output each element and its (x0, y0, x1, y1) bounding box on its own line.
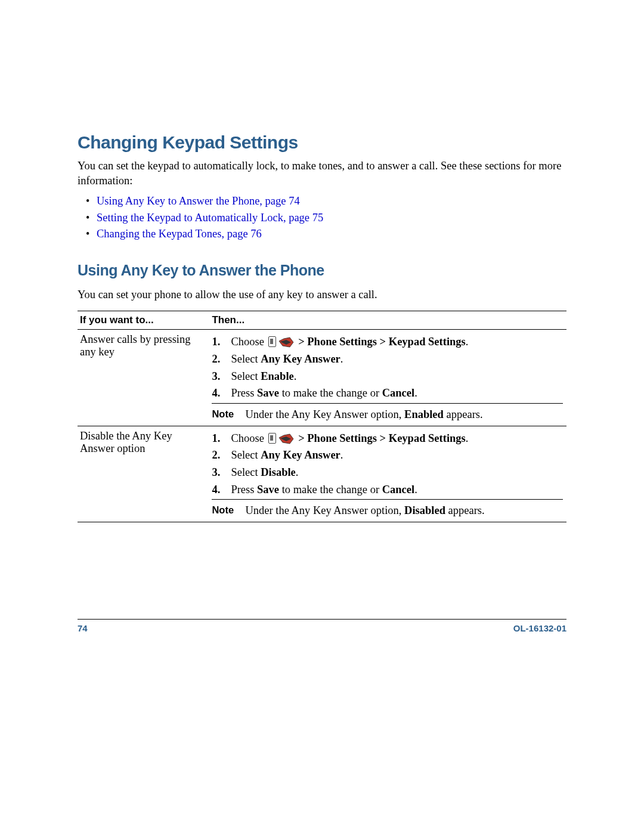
step-bold: Cancel (382, 387, 414, 399)
step-text: Select (231, 370, 261, 382)
step-bold: > Phone Settings > Keypad Settings (296, 336, 466, 348)
step-bold: Disable (261, 466, 296, 478)
step-text: . (294, 370, 297, 382)
note-text: Under the Any Key Answer option, Disable… (245, 504, 484, 516)
sub-intro-paragraph: You can set your phone to allow the use … (78, 287, 566, 302)
cell-then: 1.Choose > Phone Settings > Keypad Setti… (209, 426, 566, 522)
step-text: to make the change or (279, 387, 382, 399)
step-bold: Save (257, 484, 279, 496)
step-text: . (414, 484, 417, 496)
step-text: . (340, 353, 343, 365)
step-number: 2. (212, 351, 220, 368)
step-text: . (466, 336, 469, 348)
note-text: Under the Any Key Answer option, Enabled… (245, 408, 482, 420)
note-row: NoteUnder the Any Key Answer option, Dis… (212, 499, 563, 519)
step-item: 2.Select Any Key Answer. (212, 351, 563, 368)
step-text: to make the change or (279, 484, 382, 496)
table-header-want: If you want to... (78, 311, 209, 330)
step-list: 1.Choose > Phone Settings > Keypad Setti… (212, 430, 563, 498)
step-text: . (340, 449, 343, 461)
step-bold: > Phone Settings > Keypad Settings (296, 432, 466, 444)
step-number: 3. (212, 368, 220, 385)
step-item: 2.Select Any Key Answer. (212, 447, 563, 464)
table-header-then: Then... (209, 311, 566, 330)
heading-using-any-key: Using Any Key to Answer the Phone (78, 262, 566, 279)
link-auto-lock[interactable]: Setting the Keypad to Automatically Lock… (97, 212, 323, 224)
step-bold: Enable (261, 370, 294, 382)
step-bold: Cancel (382, 484, 414, 496)
heading-changing-keypad-settings: Changing Keypad Settings (78, 132, 566, 153)
step-text: Select (231, 466, 261, 478)
step-text: Select (231, 353, 261, 365)
step-item: 3.Select Disable. (212, 464, 563, 481)
link-keypad-tones[interactable]: Changing the Keypad Tones, page 76 (97, 228, 262, 240)
step-text: Choose (231, 336, 267, 348)
page-number: 74 (78, 623, 88, 633)
step-number: 2. (212, 447, 220, 464)
cell-want: Disable the Any Key Answer option (78, 426, 209, 522)
link-any-key-answer[interactable]: Using Any Key to Answer the Phone, page … (97, 195, 300, 207)
step-text: . (466, 432, 469, 444)
table-row: Disable the Any Key Answer option 1.Choo… (78, 426, 566, 522)
step-item: 4.Press Save to make the change or Cance… (212, 385, 563, 402)
step-text: Select (231, 449, 261, 461)
list-item: Setting the Keypad to Automatically Lock… (78, 210, 566, 227)
step-item: 3.Select Enable. (212, 368, 563, 385)
instruction-table: If you want to... Then... Answer calls b… (78, 311, 566, 522)
document-id: OL-16132-01 (513, 623, 566, 633)
step-bold: Any Key Answer (261, 353, 340, 365)
step-text: Press (231, 387, 257, 399)
note-row: NoteUnder the Any Key Answer option, Ena… (212, 403, 563, 423)
note-label: Note (212, 503, 245, 518)
step-bold: Any Key Answer (261, 449, 340, 461)
page-footer: 74 OL-16132-01 (78, 619, 566, 633)
phone-settings-icon (268, 433, 276, 444)
step-number: 1. (212, 333, 220, 351)
reference-link-list: Using Any Key to Answer the Phone, page … (78, 193, 566, 243)
step-item: 4.Press Save to make the change or Cance… (212, 481, 563, 498)
cell-then: 1.Choose > Phone Settings > Keypad Setti… (209, 330, 566, 426)
step-text: Press (231, 484, 257, 496)
phone-settings-icon (268, 336, 276, 347)
step-number: 1. (212, 430, 220, 447)
table-row: Answer calls by pressing any key 1.Choos… (78, 330, 566, 426)
step-text: . (414, 387, 417, 399)
step-number: 4. (212, 481, 220, 498)
tools-icon (278, 336, 295, 348)
intro-paragraph: You can set the keypad to automatically … (78, 159, 566, 188)
step-list: 1.Choose > Phone Settings > Keypad Setti… (212, 333, 563, 402)
list-item: Using Any Key to Answer the Phone, page … (78, 193, 566, 210)
tools-icon (278, 433, 295, 445)
note-label: Note (212, 407, 245, 422)
step-text: Choose (231, 432, 267, 444)
step-item: 1.Choose > Phone Settings > Keypad Setti… (212, 333, 563, 351)
step-number: 4. (212, 385, 220, 402)
step-bold: Save (257, 387, 279, 399)
cell-want: Answer calls by pressing any key (78, 330, 209, 426)
step-text: . (296, 466, 299, 478)
step-item: 1.Choose > Phone Settings > Keypad Setti… (212, 430, 563, 447)
list-item: Changing the Keypad Tones, page 76 (78, 226, 566, 243)
step-number: 3. (212, 464, 220, 481)
